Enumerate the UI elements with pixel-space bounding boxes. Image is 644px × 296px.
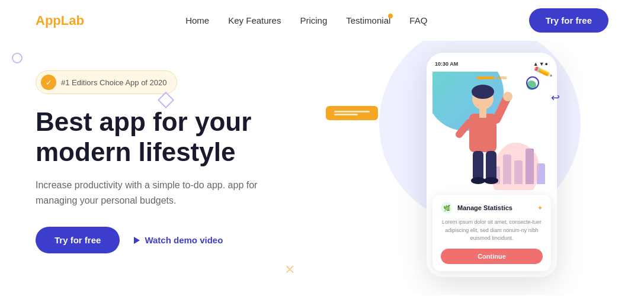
watch-demo-button[interactable]: Watch demo video bbox=[134, 235, 223, 245]
nav-item-pricing[interactable]: Pricing bbox=[300, 15, 327, 26]
nav-link-faq[interactable]: FAQ bbox=[409, 15, 427, 25]
nav-item-testimonial[interactable]: Testimonial bbox=[346, 15, 390, 26]
card-spark-icon: ✦ bbox=[537, 204, 543, 212]
svg-point-5 bbox=[503, 92, 512, 101]
svg-rect-7 bbox=[473, 151, 483, 181]
nav-item-keyfeatures[interactable]: Key Features bbox=[228, 15, 281, 26]
phone-time: 10:30 AM bbox=[435, 61, 458, 67]
hero-title: Best app for your modern lifestyle bbox=[36, 107, 344, 167]
navbar: AppLab Home Key Features Pricing Testimo… bbox=[0, 0, 644, 41]
testimonial-dot bbox=[388, 14, 393, 18]
hero-actions: Try for free Watch demo video bbox=[36, 227, 344, 253]
card-icon: 🌿 bbox=[441, 202, 453, 214]
hero-title-line2: modern lifestyle bbox=[36, 137, 235, 166]
float-arrow-icon: ↩ bbox=[551, 91, 560, 104]
svg-point-10 bbox=[484, 177, 498, 184]
svg-point-9 bbox=[471, 177, 485, 184]
play-icon bbox=[134, 237, 140, 244]
float-speech-bubble bbox=[326, 106, 378, 120]
nav-link-testimonial[interactable]: Testimonial bbox=[346, 15, 390, 25]
nav-link-pricing[interactable]: Pricing bbox=[300, 15, 327, 25]
hero-right: ✏️ ↩ 10:30 AM ▲▼● bbox=[344, 59, 569, 295]
svg-point-1 bbox=[472, 85, 494, 99]
hero-title-line1: Best app for your bbox=[36, 107, 251, 136]
phone-illustration bbox=[432, 72, 551, 190]
card-title: Manage Statistics bbox=[457, 204, 512, 211]
logo-app: App bbox=[36, 13, 61, 28]
card-body-text: Lorem ipsum dolor sit amet, consecte-tue… bbox=[441, 218, 543, 243]
watch-demo-label: Watch demo video bbox=[145, 235, 223, 245]
svg-line-4 bbox=[496, 99, 507, 120]
hero-left: ✓ #1 Editiors Choice App of 2020 Best ap… bbox=[36, 59, 344, 253]
phone-stat-card: 🌿 Manage Statistics ✦ Lorem ipsum dolor … bbox=[432, 195, 551, 271]
logo: AppLab bbox=[36, 13, 84, 28]
person-svg bbox=[444, 81, 515, 188]
deco-cross: ✕ bbox=[284, 262, 295, 278]
top-accent-bars bbox=[477, 76, 507, 79]
badge-text: #1 Editiors Choice App of 2020 bbox=[61, 78, 167, 87]
float-circle-deco bbox=[526, 76, 539, 89]
nav-item-home[interactable]: Home bbox=[185, 15, 209, 26]
svg-line-6 bbox=[459, 123, 469, 134]
nav-links: Home Key Features Pricing Testimonial FA… bbox=[185, 15, 427, 26]
card-continue-button[interactable]: Continue bbox=[441, 249, 543, 264]
logo-lab: Lab bbox=[61, 13, 84, 28]
hero-cta-button[interactable]: Try for free bbox=[36, 227, 120, 253]
svg-rect-8 bbox=[486, 151, 496, 181]
hero-subtitle: Increase productivity with a simple to-d… bbox=[36, 178, 273, 208]
hero-section: ✕ ✓ #1 Editiors Choice App of 2020 Best … bbox=[0, 41, 644, 295]
nav-cta-button[interactable]: Try for free bbox=[529, 8, 608, 33]
card-header: 🌿 Manage Statistics ✦ bbox=[441, 202, 543, 214]
hero-badge: ✓ #1 Editiors Choice App of 2020 bbox=[36, 70, 177, 94]
person-figure bbox=[444, 81, 515, 190]
badge-check-icon: ✓ bbox=[41, 75, 56, 90]
nav-link-keyfeatures[interactable]: Key Features bbox=[228, 15, 281, 25]
phone-status-bar: 10:30 AM ▲▼● bbox=[432, 61, 551, 67]
nav-link-home[interactable]: Home bbox=[185, 15, 209, 25]
nav-item-faq[interactable]: FAQ bbox=[409, 15, 427, 26]
deco-circle bbox=[12, 53, 23, 63]
svg-rect-3 bbox=[479, 108, 486, 118]
